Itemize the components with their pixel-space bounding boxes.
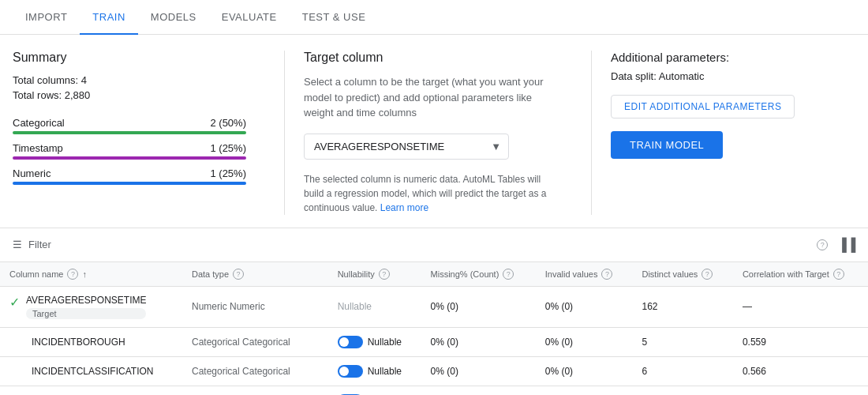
nav-tab-models[interactable]: MODELS xyxy=(138,0,209,35)
help-icon[interactable]: ? xyxy=(833,269,844,280)
column-name-cell: INCIDENTBOROUGH xyxy=(0,327,182,356)
help-icon-filter[interactable]: ? xyxy=(817,239,828,250)
train-model-button[interactable]: TRAIN MODEL xyxy=(611,131,723,159)
column-name-cell: ✓ AVERAGERESPONSETIME Target xyxy=(0,286,182,327)
table-header-distinct-values: Distinct values ? xyxy=(632,262,732,287)
nullable-toggle[interactable] xyxy=(338,365,363,378)
nullability-cell: Nullable xyxy=(328,356,421,386)
filter-icon: ☰ xyxy=(13,239,22,250)
table-row: INCIDENTBOROUGH Categorical Categorical … xyxy=(0,327,868,356)
progress-bar xyxy=(13,131,246,134)
column-name: INCIDENTCLASSIFICATION xyxy=(32,366,153,377)
target-column-select-wrapper[interactable]: AVERAGERESPONSETIME ▼ xyxy=(304,134,509,160)
learn-more-link[interactable]: Learn more xyxy=(380,202,428,213)
missing-cell: 0% (0) xyxy=(421,386,536,395)
missing-cell: 0% (0) xyxy=(421,327,536,356)
target-info-text: The selected column is numeric data. Aut… xyxy=(304,172,553,215)
top-nav: IMPORTTRAINMODELSEVALUATETEST & USE xyxy=(0,0,868,35)
additional-params-panel: Additional parameters: Data split: Autom… xyxy=(611,51,855,215)
table-row: INCIDENTCLASSIFICATION Categorical Categ… xyxy=(0,356,868,386)
distinct-cell: 162 xyxy=(632,286,732,327)
edit-additional-params-button[interactable]: EDIT ADDITIONAL PARAMETERS xyxy=(611,95,795,118)
invalid-cell: 0% (0) xyxy=(536,327,633,356)
type-select[interactable]: Categorical xyxy=(242,337,303,348)
target-column-panel: Target column Select a column to be the … xyxy=(304,51,572,215)
data-type-label: Categorical xyxy=(13,117,65,129)
nav-tab-import[interactable]: IMPORT xyxy=(13,0,80,35)
progress-bar xyxy=(13,156,246,160)
nav-tab-evaluate[interactable]: EVALUATE xyxy=(209,0,290,35)
data-type-value: 1 (25%) xyxy=(210,167,246,179)
filter-left: ☰ Filter xyxy=(13,239,51,250)
correlation-cell: 0.566 xyxy=(733,356,868,386)
filter-label: Filter xyxy=(28,239,51,250)
column-bars-icon[interactable]: ▐▐ xyxy=(837,238,855,252)
correlation-cell: 0.419 xyxy=(733,386,868,395)
data-type-cell: Categorical Categorical xyxy=(182,356,328,386)
correlation-cell: — xyxy=(733,286,868,327)
correlation-cell: 0.559 xyxy=(733,327,868,356)
data-type-value: 1 (25%) xyxy=(210,142,246,154)
data-type-row: Numeric 1 (25%) xyxy=(13,167,246,185)
data-type-label: Numeric xyxy=(13,167,51,179)
data-type-cell: Timestamp Timestamp xyxy=(182,386,328,395)
nav-tab-train[interactable]: TRAIN xyxy=(80,0,138,35)
nullable-label: Nullable xyxy=(368,366,402,377)
nullability-cell: Nullable xyxy=(328,386,421,395)
table-header-correlation-with-target: Correlation with Target ? xyxy=(733,262,868,287)
table-header-nullability: Nullability ? xyxy=(328,262,421,287)
target-column-title: Target column xyxy=(304,51,553,65)
invalid-cell: 0% (0) xyxy=(536,286,633,327)
data-type-cell: Numeric Numeric xyxy=(182,286,328,327)
help-icon[interactable]: ? xyxy=(67,269,78,280)
summary-panel: Summary Total columns: 4 Total rows: 2,8… xyxy=(13,51,265,215)
help-icon[interactable]: ? xyxy=(233,269,244,280)
data-types-list: Categorical 2 (50%) Timestamp 1 (25%) Nu… xyxy=(13,117,246,185)
progress-bar xyxy=(13,182,246,185)
additional-params-title: Additional parameters: xyxy=(611,51,855,64)
missing-cell: 0% (0) xyxy=(421,356,536,386)
missing-cell: 0% (0) xyxy=(421,286,536,327)
data-table-container: Column name ? ↑ Data type ? Nullability … xyxy=(0,262,868,396)
data-type-label: Timestamp xyxy=(13,142,63,154)
data-type-row: Categorical 2 (50%) xyxy=(13,117,246,134)
table-header-missing---count-: Missing% (Count) ? xyxy=(421,262,536,287)
column-name: INCIDENTBOROUGH xyxy=(32,337,125,348)
invalid-cell: 0% (0) xyxy=(536,356,633,386)
target-column-select[interactable]: AVERAGERESPONSETIME xyxy=(304,134,509,160)
table-row: ✓ AVERAGERESPONSETIME Target Numeric Num… xyxy=(0,286,868,327)
type-select[interactable]: Categorical xyxy=(242,366,303,377)
target-chip: Target xyxy=(26,308,146,319)
filter-right: ? ▐▐ xyxy=(814,238,855,252)
total-rows: Total rows: 2,880 xyxy=(13,89,246,101)
nullable-label: Nullable xyxy=(368,337,402,348)
filter-row: ☰ Filter ? ▐▐ xyxy=(0,228,868,262)
nav-tab-test-&-use[interactable]: TEST & USE xyxy=(290,0,379,35)
nullable-toggle[interactable] xyxy=(338,336,363,348)
column-name-cell: YEARMONTH xyxy=(0,386,182,395)
summary-title: Summary xyxy=(13,51,246,65)
data-table: Column name ? ↑ Data type ? Nullability … xyxy=(0,262,868,396)
sort-icon[interactable]: ↑ xyxy=(82,269,87,279)
nullability-disabled: Nullable xyxy=(338,301,372,312)
data-type-value: 2 (50%) xyxy=(210,117,246,129)
type-select[interactable]: Numeric xyxy=(230,301,278,312)
distinct-cell: 6 xyxy=(632,356,732,386)
column-name: AVERAGERESPONSETIME xyxy=(26,295,146,306)
nullability-cell: Nullable xyxy=(328,327,421,356)
table-header-invalid-values: Invalid values ? xyxy=(536,262,633,287)
help-icon[interactable]: ? xyxy=(702,269,713,280)
check-icon: ✓ xyxy=(9,295,20,310)
invalid-cell: 0% (0) xyxy=(536,386,633,395)
divider-2 xyxy=(591,51,592,215)
divider-1 xyxy=(284,51,285,215)
help-icon[interactable]: ? xyxy=(379,269,390,280)
total-columns: Total columns: 4 xyxy=(13,74,246,86)
help-icon[interactable]: ? xyxy=(503,269,514,280)
help-icon[interactable]: ? xyxy=(601,269,612,280)
distinct-cell: 96 xyxy=(632,386,732,395)
table-header-data-type: Data type ? xyxy=(182,262,328,287)
data-type-row: Timestamp 1 (25%) xyxy=(13,142,246,160)
data-split-label: Data split: Automatic xyxy=(611,70,855,82)
nullability-cell: Nullable xyxy=(328,286,421,327)
